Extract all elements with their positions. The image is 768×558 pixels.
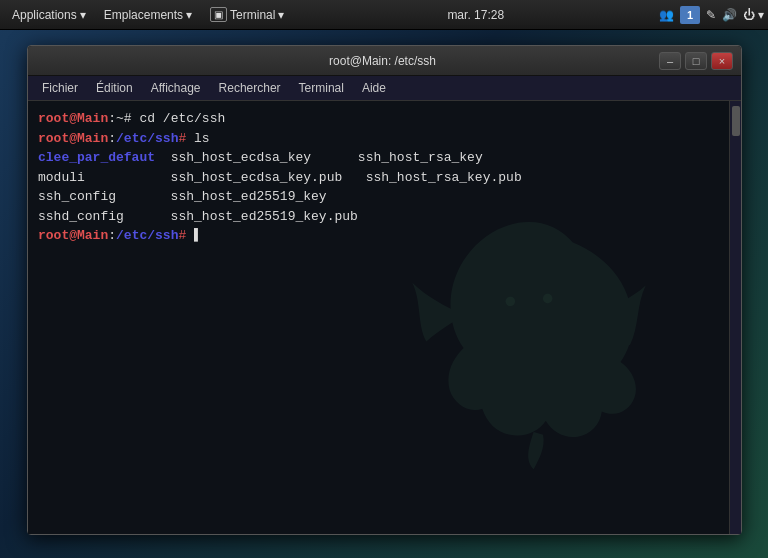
terminal-content[interactable]: root@Main:~# cd /etc/ssh root@Main:/etc/… [28, 101, 729, 534]
terminal-line-1: root@Main:~# cd /etc/ssh [38, 109, 719, 129]
power-chevron: ▾ [758, 8, 764, 22]
window-controls: – □ × [659, 52, 733, 70]
emplacements-menu[interactable]: Emplacements ▾ [96, 6, 200, 24]
volume-icon-area[interactable]: 🔊 [722, 8, 737, 22]
maximize-button[interactable]: □ [685, 52, 707, 70]
settings-icon-area[interactable]: ✎ [706, 8, 716, 22]
terminal-menu[interactable]: ▣ Terminal ▾ [202, 5, 292, 24]
applications-menu[interactable]: Applications ▾ [4, 6, 94, 24]
power-icon: ⏻ [743, 8, 755, 22]
pen-icon: ✎ [706, 8, 716, 22]
taskbar-left: Applications ▾ Emplacements ▾ ▣ Terminal… [4, 5, 292, 24]
prompt-root-2: root@Main [38, 129, 108, 149]
terminal-line-4: moduli ssh_host_ecdsa_key.pub ssh_host_r… [38, 168, 719, 188]
menu-affichage[interactable]: Affichage [143, 79, 209, 97]
terminal-chevron: ▾ [278, 8, 284, 22]
terminal-titlebar: root@Main: /etc/ssh – □ × [28, 46, 741, 76]
menu-edition[interactable]: Édition [88, 79, 141, 97]
prompt-root-7: root@Main [38, 226, 108, 246]
scroll-thumb[interactable] [732, 106, 740, 136]
desktop: root@Main: /etc/ssh – □ × Fichier Éditio… [0, 30, 768, 558]
svg-point-1 [543, 294, 552, 303]
prompt-path-2: /etc/ssh [116, 129, 178, 149]
terminal-scrollbar[interactable] [729, 101, 741, 534]
menu-terminal[interactable]: Terminal [291, 79, 352, 97]
terminal-window: root@Main: /etc/ssh – □ × Fichier Éditio… [27, 45, 742, 535]
applications-chevron: ▾ [80, 8, 86, 22]
users-icon: 👥 [659, 8, 674, 22]
svg-point-0 [506, 297, 515, 306]
terminal-line-7: root@Main:/etc/ssh# ▌ [38, 226, 719, 246]
terminal-label: Terminal [230, 8, 275, 22]
file-sshd-config: sshd_config ssh_host_ed25519_key.pub [38, 207, 358, 227]
menu-aide[interactable]: Aide [354, 79, 394, 97]
terminal-line-3: clee_par_defaut ssh_host_ecdsa_key ssh_h… [38, 148, 719, 168]
menu-fichier[interactable]: Fichier [34, 79, 86, 97]
terminal-menubar: Fichier Édition Affichage Rechercher Ter… [28, 76, 741, 101]
applications-label: Applications [12, 8, 77, 22]
power-icon-area[interactable]: ⏻ ▾ [743, 8, 764, 22]
menu-rechercher[interactable]: Rechercher [211, 79, 289, 97]
minimize-button[interactable]: – [659, 52, 681, 70]
prompt-path-7: /etc/ssh [116, 226, 178, 246]
emplacements-chevron: ▾ [186, 8, 192, 22]
terminal-line-2: root@Main:/etc/ssh# ls [38, 129, 719, 149]
terminal-body: root@Main:~# cd /etc/ssh root@Main:/etc/… [28, 101, 741, 534]
taskbar-right: 👥 1 ✎ 🔊 ⏻ ▾ [659, 6, 764, 24]
close-button[interactable]: × [711, 52, 733, 70]
terminal-line-6: sshd_config ssh_host_ed25519_key.pub [38, 207, 719, 227]
users-icon-area: 👥 [659, 8, 674, 22]
workspace-badge[interactable]: 1 [680, 6, 700, 24]
file-moduli: moduli ssh_host_ecdsa_key.pub ssh_host_r… [38, 168, 522, 188]
prompt-root-1: root@Main [38, 109, 108, 129]
terminal-icon: ▣ [210, 7, 227, 22]
file-clee: clee_par_defaut [38, 148, 155, 168]
file-ssh-config: ssh_config ssh_host_ed25519_key [38, 187, 327, 207]
terminal-line-5: ssh_config ssh_host_ed25519_key [38, 187, 719, 207]
emplacements-label: Emplacements [104, 8, 183, 22]
volume-icon: 🔊 [722, 8, 737, 22]
taskbar: Applications ▾ Emplacements ▾ ▣ Terminal… [0, 0, 768, 30]
taskbar-datetime: mar. 17:28 [447, 8, 504, 22]
terminal-title: root@Main: /etc/ssh [106, 54, 659, 68]
